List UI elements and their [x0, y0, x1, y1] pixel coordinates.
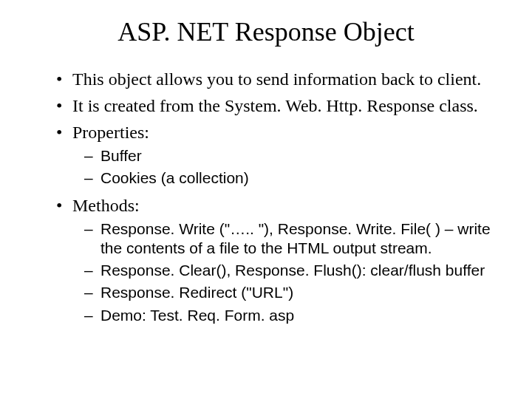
sub-list: Buffer Cookies (a collection)	[72, 146, 495, 188]
sub-item: Cookies (a collection)	[100, 168, 495, 188]
sub-item: Response. Write ("….. "), Response. Writ…	[100, 219, 495, 259]
sub-item: Response. Clear(), Response. Flush(): cl…	[100, 261, 495, 280]
slide: ASP. NET Response Object This object all…	[0, 0, 532, 399]
bullet-text: Methods:	[72, 196, 140, 215]
main-list: This object allows you to send informati…	[37, 68, 495, 325]
bullet-item: It is created from the System. Web. Http…	[72, 95, 495, 117]
bullet-text: Properties:	[72, 123, 149, 142]
sub-item: Demo: Test. Req. Form. asp	[100, 306, 495, 325]
bullet-item: This object allows you to send informati…	[72, 68, 495, 90]
sub-item: Buffer	[100, 146, 495, 166]
sub-list: Response. Write ("….. "), Response. Writ…	[72, 219, 495, 325]
bullet-item: Properties: Buffer Cookies (a collection…	[72, 121, 495, 188]
bullet-item: Methods: Response. Write ("….. "), Respo…	[72, 194, 495, 325]
sub-item: Response. Redirect ("URL")	[100, 283, 495, 302]
slide-title: ASP. NET Response Object	[37, 16, 495, 47]
